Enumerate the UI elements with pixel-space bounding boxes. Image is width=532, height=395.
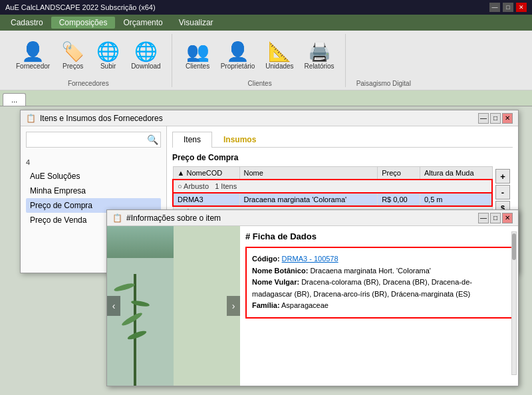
group-label-paisagismo: Paisagismo Digital [356,80,411,87]
ficha-title: # Ficha de Dados [245,231,513,241]
modal-info-titlebar: 📋 #Informações sobre o item — □ ✕ [107,210,518,226]
toolbar-btn-precos[interactable]: 🏷️ Preços [58,41,88,71]
nome-botanico-label: Nome Botânico: [252,267,308,275]
main-area: 📋 Itens e Insumos dos Fornecedores — □ ✕… [0,106,532,395]
modal-itens-maximize[interactable]: □ [490,113,501,124]
group-arbusto: ○ Arbusto 1 Itens [173,180,492,193]
nome-botanico-value: Dracaena marginata Hort. 'Colorama' [310,267,431,275]
th-nomecod: ▲ NomeCOD [173,167,239,180]
modal-itens-titlebar: 📋 Itens e Insumos dos Fornecedores — □ ✕ [21,110,518,126]
table-row[interactable]: DRMA3 Dracaena marginata 'Colorama' R$ 0… [173,193,492,206]
modal-info-title-text: #Informações sobre o item [126,213,221,223]
codigo-label: Código: [252,255,280,263]
btn-download-label: Download [131,63,160,70]
menu-composicoes[interactable]: Composições [51,17,116,29]
image-nav-right[interactable]: › [227,296,240,316]
search-icon: 🔍 [147,134,158,145]
toolbar-btn-clientes[interactable]: 👥 Clientes [183,41,213,71]
toolbar-group-clientes: 👥 Clientes 👤 Proprietário 📐 Unidades 🖨️ … [175,34,346,87]
familia-label: Família: [252,301,280,309]
codigo-row: Código: DRMA3 - 100578 [252,253,506,265]
add-btn[interactable]: + [495,169,510,184]
th-preco: Preço [378,167,420,180]
th-altura: Altura da Muda [420,167,492,180]
menu-bar: Cadastro Composições Orçamento Visualiza… [0,15,532,31]
panel-tab-insumos[interactable]: Insumos [212,132,267,147]
btn-subir-label: Subir [100,63,116,70]
table-row[interactable]: ○ Arbusto 1 Itens [173,180,492,193]
modal-info-body: ‹ › # Ficha de Dados Código: DRMA3 - 100… [107,226,518,386]
group-label-fornecedores: Fornecedores [68,80,109,87]
nome-botanico-row: Nome Botânico: Dracaena marginata Hort. … [252,265,506,277]
list-item-aue[interactable]: AuE Soluções [26,169,161,184]
cell-nome-drma3: Dracaena marginata 'Colorama' [239,193,378,206]
cell-altura-drma3: 0,5 m [420,193,492,206]
tab-main[interactable]: ... [3,93,26,106]
download-icon: 🌐 [134,43,158,61]
group-icon-arbusto: ○ [178,182,182,190]
toolbar-group-paisagismo: Paisagismo Digital [348,34,419,87]
modal-info-ctrl-btns: — □ ✕ [478,213,513,223]
btn-precos-label: Preços [63,63,83,70]
menu-visualizar[interactable]: Visualizar [171,17,221,29]
clients-icon: 👥 [186,43,209,61]
toolbar-btn-unidades[interactable]: 📐 Unidades [263,41,296,71]
toolbar-btn-download[interactable]: 🌐 Download [128,41,163,71]
codigo-link[interactable]: DRMA3 - 100578 [282,255,338,263]
minimize-btn[interactable]: — [489,3,500,12]
modal-info-maximize[interactable]: □ [490,213,501,223]
modal-info-close[interactable]: ✕ [502,213,513,223]
toolbar-group-fornecedores: 👤 Fornecedor 🏷️ Preços 🌐 Subir 🌐 Downloa… [5,34,172,87]
units-icon: 📐 [268,43,291,61]
btn-unidades-label: Unidades [265,63,293,70]
close-btn[interactable]: ✕ [516,3,527,12]
modal-info: 📋 #Informações sobre o item — □ ✕ [106,209,519,386]
nome-vulgar-row: Nome Vulgar: Dracena-colorama (BR), Drac… [252,277,506,300]
search-input[interactable] [26,132,161,148]
modal-itens-ctrl-btns: — □ ✕ [478,113,513,124]
group-label-clientes: Clientes [248,80,272,87]
toolbar-btn-proprietario[interactable]: 👤 Proprietário [218,41,258,71]
panel-tab-itens[interactable]: Itens [172,132,212,148]
image-panel: ‹ › [107,226,240,386]
toolbar-btn-fornecedor[interactable]: 👤 Fornecedor [13,41,53,71]
title-bar-controls: — □ ✕ [489,3,527,12]
btn-proprietario-label: Proprietário [221,63,255,70]
btn-clientes-label: Clientes [186,63,209,70]
th-nome: Nome [239,167,378,180]
familia-value: Asparagaceae [281,301,329,309]
modal-itens-minimize[interactable]: — [478,113,489,124]
toolbar-btn-subir[interactable]: 🌐 Subir [93,41,123,71]
modal-itens-close[interactable]: ✕ [502,113,513,124]
maximize-btn[interactable]: □ [503,3,513,12]
owner-icon: 👤 [226,43,249,61]
price-icon: 🏷️ [61,43,84,61]
modal-info-minimize[interactable]: — [478,213,489,223]
panel-tab-row: Itens Insumos [172,132,513,148]
text-panel: # Ficha de Dados Código: DRMA3 - 100578 … [240,226,518,386]
person-icon: 👤 [21,43,45,61]
scrollbar[interactable] [511,231,517,375]
cell-cod-drma3: DRMA3 [173,193,239,206]
modal-itens-title-left: 📋 Itens e Insumos dos Fornecedores [26,114,163,123]
info-block: Código: DRMA3 - 100578 Nome Botânico: Dr… [245,247,513,319]
upload-icon: 🌐 [96,43,120,61]
cell-preco-drma3: R$ 0,00 [378,193,420,206]
modal-itens-title: Itens e Insumos dos Fornecedores [40,114,163,123]
modal-info-icon: 📋 [112,213,122,223]
menu-cadastro[interactable]: Cadastro [3,17,51,29]
menu-orcamento[interactable]: Orçamento [115,17,170,29]
toolbar-fornecedores-icons: 👤 Fornecedor 🏷️ Preços 🌐 Subir 🌐 Downloa… [13,34,164,78]
section-title: Preço de Compra [172,153,513,162]
remove-btn[interactable]: - [495,185,510,199]
modal-itens-icon: 📋 [26,114,36,123]
image-nav-left[interactable]: ‹ [107,296,120,316]
toolbar-btn-relatorios[interactable]: 🖨️ Relatórios [302,41,337,71]
plant-image [107,226,240,386]
modal-info-title-left: 📋 #Informações sobre o item [112,213,221,223]
toolbar-clientes-icons: 👥 Clientes 👤 Proprietário 📐 Unidades 🖨️ … [183,34,337,78]
toolbar: 👤 Fornecedor 🏷️ Preços 🌐 Subir 🌐 Downloa… [0,31,532,90]
btn-relatorios-label: Relatórios [305,63,334,70]
title-bar: AuE CalcLANDSCAPE 2022 Subscrição (x64) … [0,0,532,15]
list-item-minha[interactable]: Minha Empresa [26,184,161,198]
